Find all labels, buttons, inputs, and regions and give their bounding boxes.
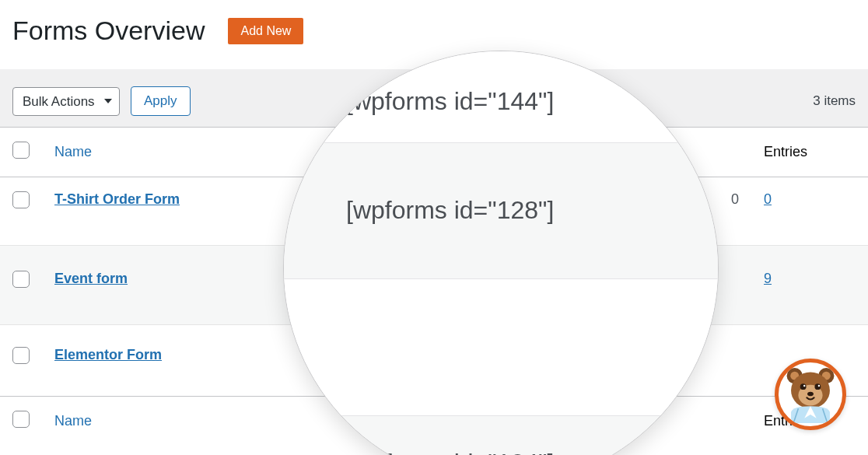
magnified-shortcode: [wpforms id="128"] [284, 143, 718, 279]
svg-point-7 [814, 383, 821, 390]
svg-point-9 [818, 385, 820, 387]
bear-mascot-icon [780, 362, 841, 426]
item-count: 3 items [813, 93, 856, 109]
column-entries: Entries [751, 128, 868, 177]
entries-link[interactable]: 9 [764, 271, 772, 286]
add-new-button[interactable]: Add New [228, 18, 303, 44]
apply-button[interactable]: Apply [131, 86, 191, 116]
page-header: Forms Overview Add New [0, 0, 868, 69]
select-all-footer-checkbox[interactable] [12, 411, 30, 428]
svg-point-6 [800, 383, 807, 390]
form-name-link[interactable]: Event form [54, 271, 128, 286]
svg-point-8 [803, 385, 805, 387]
column-name-footer[interactable]: Name [54, 413, 92, 429]
select-all-checkbox[interactable] [12, 142, 30, 159]
row-checkbox[interactable] [12, 191, 30, 208]
shortcode-partial: 0 [731, 191, 739, 207]
magnifier-content: [wpforms id="144"] [wpforms id="128"] [w… [284, 51, 718, 455]
row-checkbox[interactable] [12, 347, 30, 364]
help-mascot-button[interactable] [775, 359, 846, 430]
svg-point-10 [807, 392, 814, 396]
entries-link[interactable]: 0 [764, 191, 772, 207]
column-name[interactable]: Name [54, 144, 92, 159]
toolbar-left: Bulk Actions Apply [12, 86, 191, 116]
form-name-link[interactable]: Elementor Form [54, 347, 162, 362]
bulk-actions-select[interactable]: Bulk Actions [12, 87, 120, 116]
page-title: Forms Overview [12, 16, 205, 46]
form-name-link[interactable]: T-Shirt Order Form [54, 191, 180, 207]
magnified-shortcode [284, 279, 718, 415]
row-checkbox[interactable] [12, 271, 30, 288]
